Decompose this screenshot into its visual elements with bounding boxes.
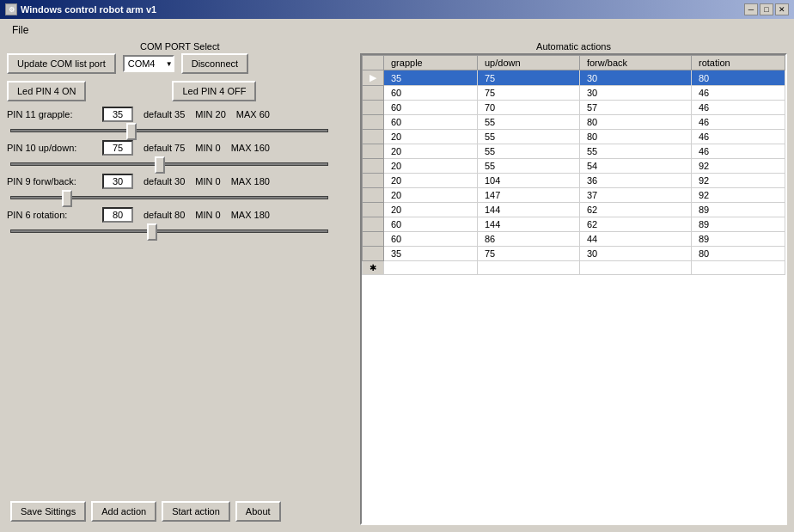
about-button[interactable]: About [235, 501, 281, 522]
table-body: ▶357530806075304660705746605580462055804… [363, 70, 785, 275]
com-port-select[interactable]: COM1 COM2 COM3 COM4 [123, 55, 174, 72]
led-on-button[interactable]: Led PIN 4 ON [7, 81, 86, 101]
row-updown: 147 [478, 188, 580, 203]
row-updown: 75 [478, 86, 580, 101]
table-row[interactable]: 35753080 [363, 247, 785, 261]
row-updown: 144 [478, 203, 580, 217]
table-row[interactable]: ▶35753080 [363, 70, 785, 86]
pin-max-label-1: MAX 160 [231, 143, 270, 153]
row-arrow-cell [363, 247, 384, 261]
table-row[interactable]: 20555492 [363, 159, 785, 174]
row-rotation: 92 [691, 159, 785, 174]
row-forwback: 80 [579, 130, 691, 144]
row-arrow-cell [363, 232, 384, 247]
com-port-section: COM PORT Select Update COM list port COM… [7, 50, 355, 74]
row-rotation: 46 [691, 144, 785, 159]
window-body: File COM PORT Select Update COM list por… [0, 19, 794, 532]
automatic-actions-title: Automatic actions [360, 41, 787, 52]
row-grapple: 60 [384, 101, 478, 115]
add-action-button[interactable]: Add action [91, 501, 156, 522]
col-rotation: rotation [691, 56, 785, 70]
row-forwback: 62 [579, 217, 691, 232]
row-arrow-cell [363, 159, 384, 174]
table-row[interactable]: 60558046 [363, 115, 785, 130]
row-forwback: 37 [579, 188, 691, 203]
pin-label-1: PIN 10 up/down: [7, 143, 97, 153]
save-sittings-button[interactable]: Save Sittings [10, 501, 86, 522]
table-row[interactable]: 201473792 [363, 188, 785, 203]
led-buttons-row: Led PIN 4 ON Led PIN 4 OFF [7, 81, 355, 101]
row-updown: 104 [478, 174, 580, 188]
table-row[interactable]: 60753046 [363, 86, 785, 101]
update-com-button[interactable]: Update COM list port [7, 53, 116, 74]
title-bar: ⚙ Windows control robot arm v1 ─ □ ✕ [0, 0, 794, 19]
table-row[interactable]: 60705746 [363, 101, 785, 115]
col-grapple: grapple [384, 56, 478, 70]
row-updown: 55 [478, 130, 580, 144]
pin-row-3: PIN 6 rotation:80default 80MIN 0MAX 180 [7, 207, 355, 223]
table-row[interactable]: 601446289 [363, 217, 785, 232]
pin-row-1: PIN 10 up/down:75default 75MIN 0MAX 160 [7, 140, 355, 156]
maximize-button[interactable]: □ [760, 3, 773, 15]
pin-value-2: 30 [102, 174, 133, 189]
row-forwback: 54 [579, 159, 691, 174]
pin-slider-0[interactable] [10, 124, 328, 138]
table-row[interactable]: 20555546 [363, 144, 785, 159]
row-grapple: 60 [384, 232, 478, 247]
row-arrow-cell [363, 144, 384, 159]
row-rotation: 89 [691, 203, 785, 217]
minimize-button[interactable]: ─ [744, 3, 758, 15]
file-menu[interactable]: File [7, 22, 34, 38]
table-wrapper[interactable]: grapple up/down forw/back rotation ▶3575… [360, 53, 787, 525]
pin-label-3: PIN 6 rotation: [7, 210, 97, 220]
pin-section-0: PIN 11 grapple:35default 35MIN 20MAX 60 [7, 107, 355, 140]
row-arrow-cell [363, 188, 384, 203]
row-arrow-cell [363, 101, 384, 115]
table-row[interactable]: 20558046 [363, 130, 785, 144]
pin-slider-3[interactable] [10, 224, 328, 238]
pin-slider-row-1 [7, 157, 355, 174]
row-rotation: 92 [691, 188, 785, 203]
pin-max-label-3: MAX 180 [231, 210, 270, 220]
pin-default-label-1: default 75 [144, 143, 185, 153]
row-rotation: 92 [691, 174, 785, 188]
row-arrow-cell [363, 203, 384, 217]
row-grapple: 20 [384, 174, 478, 188]
row-arrow-cell [363, 115, 384, 130]
row-updown: 55 [478, 159, 580, 174]
pin-slider-2[interactable] [10, 191, 328, 205]
row-arrow-cell [363, 86, 384, 101]
row-rotation: 46 [691, 115, 785, 130]
row-forwback: 30 [579, 86, 691, 101]
led-off-button[interactable]: Led PIN 4 OFF [172, 81, 256, 101]
pin-section-3: PIN 6 rotation:80default 80MIN 0MAX 180 [7, 207, 355, 241]
pin-slider-row-3 [7, 224, 355, 241]
row-forwback: 30 [579, 247, 691, 261]
row-forwback: 80 [579, 115, 691, 130]
table-row[interactable]: 201043692 [363, 174, 785, 188]
row-rotation: 80 [691, 247, 785, 261]
pin-slider-1[interactable] [10, 157, 328, 171]
row-grapple: 20 [384, 188, 478, 203]
row-grapple: 60 [384, 115, 478, 130]
pin-section-1: PIN 10 up/down:75default 75MIN 0MAX 160 [7, 140, 355, 174]
table-row[interactable]: 201446289 [363, 203, 785, 217]
row-grapple: 60 [384, 86, 478, 101]
table-row[interactable]: 60864489 [363, 232, 785, 247]
row-updown: 55 [478, 115, 580, 130]
pin-slider-row-2 [7, 191, 355, 207]
com-port-label: COM PORT Select [140, 41, 220, 52]
pin-row-2: PIN 9 forw/back:30default 30MIN 0MAX 180 [7, 174, 355, 189]
start-action-button[interactable]: Start action [162, 501, 230, 522]
row-arrow-cell [363, 174, 384, 188]
window-title: Windows control robot arm v1 [21, 4, 156, 15]
row-forwback: 30 [579, 70, 691, 86]
row-forwback: 55 [579, 144, 691, 159]
disconnect-button[interactable]: Disconnect [181, 53, 248, 74]
row-rotation: 89 [691, 232, 785, 247]
row-grapple: 20 [384, 159, 478, 174]
row-updown: 144 [478, 217, 580, 232]
close-button[interactable]: ✕ [775, 3, 789, 15]
pin-section-2: PIN 9 forw/back:30default 30MIN 0MAX 180 [7, 174, 355, 207]
row-updown: 86 [478, 232, 580, 247]
